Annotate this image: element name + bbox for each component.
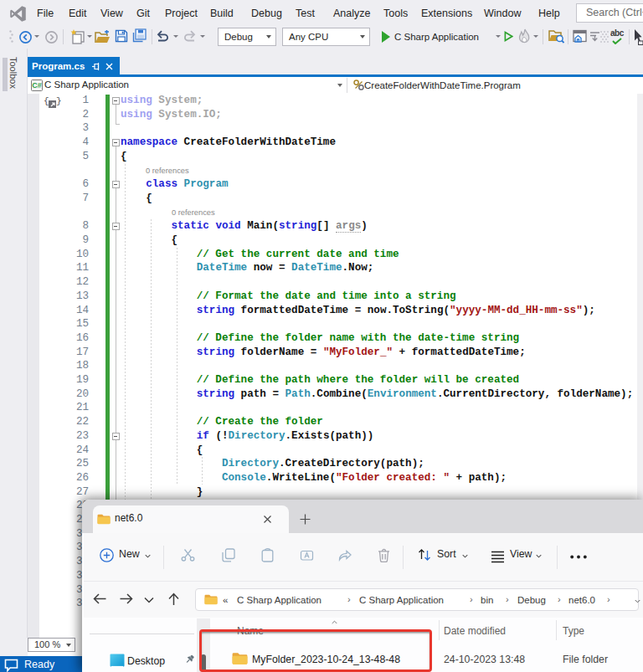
svg-text:C#: C# xyxy=(32,81,42,90)
